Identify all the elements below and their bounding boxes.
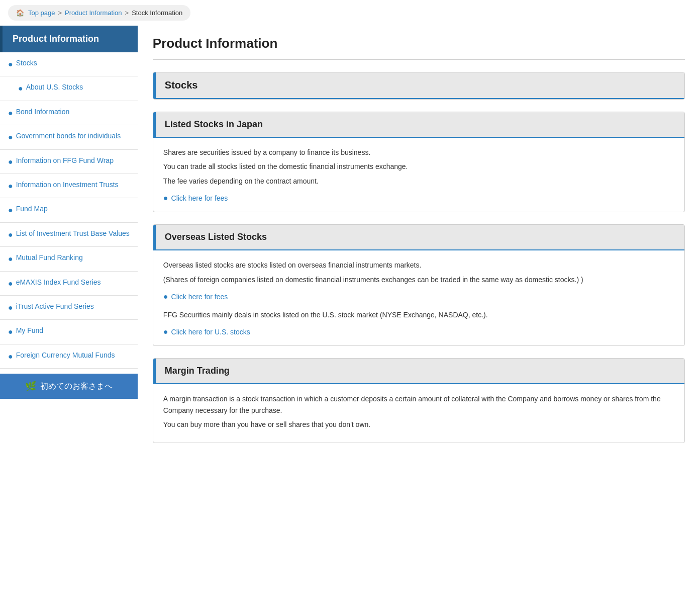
overseas-p2: (Shares of foreign companies listed on d…: [163, 274, 674, 285]
breadcrumb-home[interactable]: Top page: [28, 9, 55, 17]
sidebar-label-list-investment-trust: List of Investment Trust Base Values: [16, 229, 130, 239]
sidebar-label-bond-information: Bond Information: [16, 107, 70, 117]
card-body-margin-trading: A margin transaction is a stock transact…: [153, 384, 684, 442]
sidebar-title: Product Information: [0, 26, 138, 52]
bullet-icon: ●: [8, 181, 13, 192]
sidebar-item-fund-map[interactable]: ● Fund Map: [0, 198, 138, 222]
bullet-icon: ●: [8, 132, 13, 143]
listed-stocks-p3: The fee varies depending on the contract…: [163, 176, 674, 187]
breadcrumb-product[interactable]: Product Information: [65, 9, 122, 17]
breadcrumb-separator-2: >: [125, 9, 129, 17]
link-bullet-2: ●: [163, 292, 168, 301]
listed-stocks-p1: Shares are securities issued by a compan…: [163, 147, 674, 158]
fees-link-1[interactable]: Click here for fees: [171, 194, 228, 202]
bullet-icon: ●: [8, 205, 13, 216]
bullet-icon: ●: [8, 278, 13, 289]
bullet-icon: ●: [8, 108, 13, 119]
breadcrumb-separator-1: >: [58, 9, 62, 17]
bullet-icon: ●: [8, 59, 13, 70]
sidebar-item-stocks[interactable]: ● Stocks: [0, 52, 138, 76]
sidebar-label-about-us-stocks: About U.S. Stocks: [26, 82, 83, 93]
card-body-overseas-listed-stocks: Overseas listed stocks are stocks listed…: [153, 250, 684, 345]
sidebar-label-fund-map: Fund Map: [16, 204, 48, 214]
sidebar-item-investment-trusts[interactable]: ● Information on Investment Trusts: [0, 174, 138, 198]
fees-link-row-2: ● Click here for fees: [163, 292, 674, 301]
sidebar-label-foreign-currency: Foreign Currency Mutual Funds: [16, 351, 115, 361]
sidebar-item-list-investment-trust[interactable]: ● List of Investment Trust Base Values: [0, 223, 138, 247]
sidebar: Product Information ● Stocks ● About U.S…: [0, 26, 138, 465]
bullet-icon: ●: [8, 156, 13, 167]
card-header-overseas-listed-stocks: Overseas Listed Stocks: [153, 225, 684, 249]
stocks-heading: Stocks: [165, 79, 675, 91]
sidebar-item-foreign-currency[interactable]: ● Foreign Currency Mutual Funds: [0, 344, 138, 369]
sidebar-nav: ● Stocks ● About U.S. Stocks ● Bond Info…: [0, 52, 138, 369]
sidebar-label-emaxis: eMAXIS Index Fund Series: [16, 278, 101, 288]
fees-link-2[interactable]: Click here for fees: [171, 293, 228, 301]
bullet-icon: ●: [8, 302, 13, 313]
card-margin-trading: Margin Trading A margin transaction is a…: [153, 358, 685, 443]
sidebar-label-ffg-fund-wrap: Information on FFG Fund Wrap: [16, 156, 114, 166]
bullet-icon-sub: ●: [18, 83, 23, 94]
home-icon: 🏠: [16, 9, 24, 17]
card-title-listed-stocks-japan: Listed Stocks in Japan: [165, 119, 675, 130]
card-overseas-listed-stocks: Overseas Listed Stocks Overseas listed s…: [153, 224, 685, 346]
sidebar-item-itrust[interactable]: ● iTrust Active Fund Series: [0, 296, 138, 320]
sidebar-item-bond-information[interactable]: ● Bond Information: [0, 101, 138, 125]
main-divider: [153, 59, 685, 60]
leaf-icon: 🌿: [25, 381, 36, 392]
link-bullet-3: ●: [163, 327, 168, 336]
us-stocks-link-row: ● Click here for U.S. stocks: [163, 327, 674, 336]
fees-link-row-1: ● Click here for fees: [163, 194, 674, 203]
breadcrumb: 🏠 Top page > Product Information > Stock…: [0, 5, 700, 21]
bullet-icon: ●: [8, 253, 13, 265]
main-content: Product Information Stocks Listed Stocks…: [138, 26, 700, 465]
sidebar-banner[interactable]: 🌿 初めてのお客さまへ: [0, 374, 138, 399]
page-title: Product Information: [153, 36, 685, 51]
listed-stocks-p2: You can trade all stocks listed on the d…: [163, 161, 674, 172]
card-header-listed-stocks-japan: Listed Stocks in Japan: [153, 112, 684, 137]
stocks-section-header: Stocks: [153, 72, 684, 98]
margin-p2: You can buy more than you have or sell s…: [163, 419, 674, 430]
bullet-icon: ●: [8, 351, 13, 362]
sidebar-label-mutual-fund-ranking: Mutual Fund Ranking: [16, 253, 83, 263]
sidebar-label-stocks: Stocks: [16, 58, 37, 68]
bullet-icon: ●: [8, 326, 13, 337]
card-listed-stocks-japan: Listed Stocks in Japan Shares are securi…: [153, 112, 685, 212]
sidebar-label-itrust: iTrust Active Fund Series: [16, 302, 94, 312]
sidebar-banner-label: 初めてのお客さまへ: [40, 381, 113, 392]
sidebar-item-government-bonds[interactable]: ● Government bonds for individuals: [0, 125, 138, 149]
overseas-extra-p1: FFG Securities mainly deals in stocks li…: [163, 309, 674, 320]
sidebar-item-emaxis[interactable]: ● eMAXIS Index Fund Series: [0, 272, 138, 296]
card-title-margin-trading: Margin Trading: [165, 366, 675, 376]
stocks-section-heading-card: Stocks: [153, 72, 685, 100]
card-body-listed-stocks-japan: Shares are securities issued by a compan…: [153, 138, 684, 212]
sidebar-item-mutual-fund-ranking[interactable]: ● Mutual Fund Ranking: [0, 247, 138, 271]
sidebar-item-about-us-stocks[interactable]: ● About U.S. Stocks: [0, 76, 138, 101]
margin-p1: A margin transaction is a stock transact…: [163, 393, 674, 416]
link-bullet-1: ●: [163, 194, 168, 203]
card-title-overseas-listed-stocks: Overseas Listed Stocks: [165, 232, 675, 242]
overseas-p1: Overseas listed stocks are stocks listed…: [163, 259, 674, 271]
sidebar-item-ffg-fund-wrap[interactable]: ● Information on FFG Fund Wrap: [0, 150, 138, 174]
sidebar-label-my-fund: My Fund: [16, 326, 43, 336]
breadcrumb-current: Stock Information: [132, 9, 182, 17]
bullet-icon: ●: [8, 229, 13, 240]
stocks-divider: [153, 98, 684, 99]
card-header-margin-trading: Margin Trading: [153, 359, 684, 383]
sidebar-item-my-fund[interactable]: ● My Fund: [0, 320, 138, 344]
us-stocks-link[interactable]: Click here for U.S. stocks: [171, 328, 250, 336]
sidebar-label-investment-trusts: Information on Investment Trusts: [16, 180, 119, 190]
sidebar-label-government-bonds: Government bonds for individuals: [16, 131, 121, 141]
